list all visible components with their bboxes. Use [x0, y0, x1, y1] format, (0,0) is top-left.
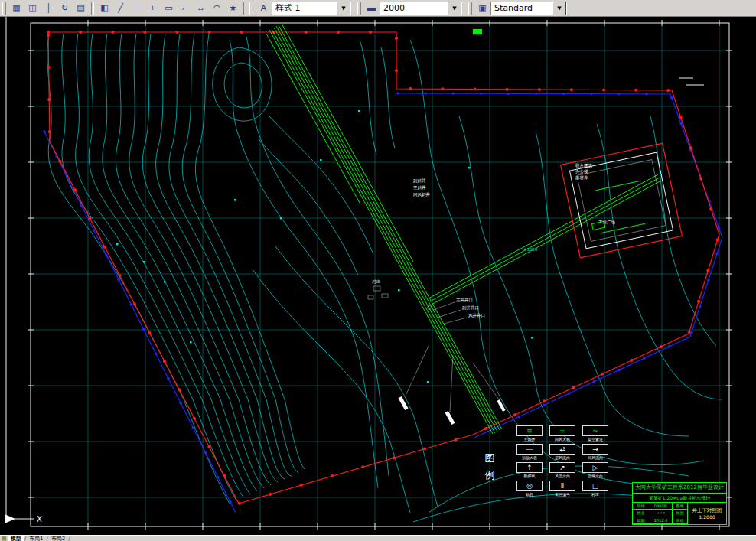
window-tile-icon: ▦: [12, 4, 20, 12]
explode-button[interactable]: ★: [225, 1, 241, 15]
legend-label: 回风大巷: [555, 437, 570, 442]
text-style-value: 样式 1: [275, 2, 301, 14]
legend-label: 村庄: [591, 492, 599, 497]
lineweight-combo[interactable]: 2000 ▼: [380, 2, 462, 15]
move-icon: ┼: [46, 4, 52, 12]
building-label: 器材库: [575, 175, 588, 181]
legend-item: Ⅱ采区编号: [547, 481, 578, 497]
shaft-label: 副斜井: [413, 178, 426, 184]
shaft-mouth-label: 副井井口: [462, 305, 479, 311]
window-tile-button[interactable]: ▦: [8, 1, 24, 15]
tab-model[interactable]: 模型: [8, 536, 24, 541]
shaft-mouth-label: 主井井口: [456, 298, 473, 303]
rectangle-icon: ▭: [165, 4, 172, 12]
building-label: 联合建筑: [575, 163, 593, 168]
legend-symbol: ↑: [526, 464, 533, 471]
polyline-button[interactable]: ⌐: [177, 1, 193, 15]
title-block-cell: 比例: [673, 510, 688, 517]
stretch-button[interactable]: ↔: [193, 1, 209, 15]
survey-grid: [34, 26, 727, 525]
toolbar-grip[interactable]: [468, 2, 472, 15]
text-style-button[interactable]: A: [256, 1, 272, 15]
title-block-cell: 图号: [673, 503, 688, 510]
legend-item: □村庄: [580, 481, 611, 497]
rotate-button[interactable]: ↻: [57, 1, 73, 15]
drawing-annotations: 副斜井 主斜井 回风斜井 村庄 主井井口 副井井口 风井井口 工业广场 联合建筑…: [371, 163, 615, 318]
tab-separator: /: [67, 536, 70, 541]
shaft-label: 主斜井: [413, 185, 426, 191]
legend-symbol: ≡: [526, 428, 533, 435]
legend-item: ◎钻孔: [514, 481, 545, 497]
legend-symbol: →: [592, 446, 598, 453]
toolbar-separator: [91, 2, 94, 15]
legend-title-char: 例: [482, 467, 497, 484]
lineweight-value: 2000: [383, 3, 405, 13]
legend-label: 主斜井: [524, 437, 536, 442]
legend-title: 图 例: [482, 450, 497, 484]
legend-item: =回风大巷: [547, 425, 578, 442]
shaft-mouth-label: 风井井口: [468, 313, 485, 318]
autocad-window: ▦ ◫ ┼ ↻ ▤ ◧ ╱ − + ▭ ⌐ ↔ ◠ ★ A 样式 1 ▼ ▬ 2…: [0, 0, 756, 541]
legend-item: ≡主斜井: [514, 425, 545, 442]
rotate-icon: ↻: [61, 4, 68, 12]
legend-item: ▷运煤方向: [580, 462, 611, 478]
stretch-icon: ↔: [197, 4, 205, 12]
combo-arrow-icon[interactable]: ▼: [337, 2, 350, 15]
title-block-cell: 姓名: [633, 510, 650, 517]
legend-symbol: =: [559, 428, 565, 435]
title-block-cell: 审核: [673, 517, 688, 524]
legend-label: 采区编号: [555, 492, 570, 497]
legend-label: 架空索道: [588, 437, 603, 442]
legend-label: 进风流向: [555, 455, 570, 460]
title-block-project: 某某矿1.20Mt/a新井初步设计: [633, 494, 726, 503]
offset-button[interactable]: ╱: [112, 1, 129, 15]
legend-symbol: ▷: [593, 464, 598, 471]
toolbar-grip[interactable]: [249, 2, 253, 15]
layout-tabs-icon: ▤: [2, 536, 7, 541]
ucs-x-label: X: [37, 515, 42, 523]
text-style-icon: A: [261, 4, 266, 12]
standard-style-button[interactable]: ▣: [474, 1, 490, 15]
legend-symbol: ~: [592, 428, 598, 435]
legend-label: 运煤方向: [588, 474, 603, 478]
industrial-square-label: 工业广场: [598, 220, 615, 225]
legend-item: →回风流向: [580, 444, 611, 460]
drawing-canvas[interactable]: X 副斜井 主斜井 回风斜井 村庄 主井井口 副井井口 风井井口 工业广场 联合…: [0, 17, 756, 535]
legend-label: 运输大巷: [522, 455, 537, 460]
toolbar: ▦ ◫ ┼ ↻ ▤ ◧ ╱ − + ▭ ⌐ ↔ ◠ ★ A 样式 1 ▼ ▬ 2…: [0, 0, 756, 17]
standard-combo[interactable]: Standard ▼: [490, 2, 567, 15]
legend-label: 钻孔: [526, 492, 533, 497]
toolbar-separator: [243, 2, 246, 15]
text-style-combo[interactable]: 样式 1 ▼: [272, 2, 351, 15]
title-block-drawing-name: 井上下对照图 1:2000: [688, 503, 726, 524]
toolbar-grip[interactable]: [2, 2, 6, 15]
title-block-grid: 班级 0909班 图号 姓名 ××× 比例 日期 2012.6 审核: [633, 503, 688, 524]
title-block-cell: 班级: [633, 503, 650, 510]
scale-list-icon: ▤: [77, 4, 84, 12]
legend-symbol: —: [526, 446, 533, 453]
combo-arrow-icon[interactable]: ▼: [448, 2, 461, 15]
rectangle-button[interactable]: ▭: [161, 1, 177, 15]
offset-line-icon: ╱: [118, 4, 123, 12]
move-button[interactable]: ┼: [41, 1, 57, 15]
extend-button[interactable]: +: [145, 1, 161, 15]
lineweight-button[interactable]: ▬: [363, 1, 380, 15]
tab-layout2[interactable]: 布局2: [49, 536, 67, 541]
title-block-university: 大同大学采矿工程系2012届毕业设计: [633, 483, 726, 494]
trim-icon: −: [134, 4, 138, 12]
toolbar-grip[interactable]: [357, 2, 361, 15]
ucs-icon: X: [5, 514, 42, 523]
scale-list-button[interactable]: ▤: [73, 1, 89, 15]
trim-button[interactable]: −: [129, 1, 145, 15]
viewports-button[interactable]: ◫: [24, 1, 41, 15]
legend-symbol: ↗: [559, 464, 565, 471]
arc-icon: ◠: [213, 4, 221, 12]
village-label: 村庄: [371, 279, 381, 285]
cad-drawing: X 副斜井 主斜井 回风斜井 村庄 主井井口 副井井口 风井井口 工业广场 联合…: [0, 17, 756, 535]
viewports-icon: ◫: [28, 4, 36, 12]
tab-layout1[interactable]: 布局1: [27, 536, 45, 541]
arc-button[interactable]: ◠: [209, 1, 225, 15]
drawing-title-text: 井上下对照图: [692, 507, 722, 514]
combo-arrow-icon[interactable]: ▼: [552, 2, 566, 15]
mirror-button[interactable]: ◧: [96, 1, 112, 15]
